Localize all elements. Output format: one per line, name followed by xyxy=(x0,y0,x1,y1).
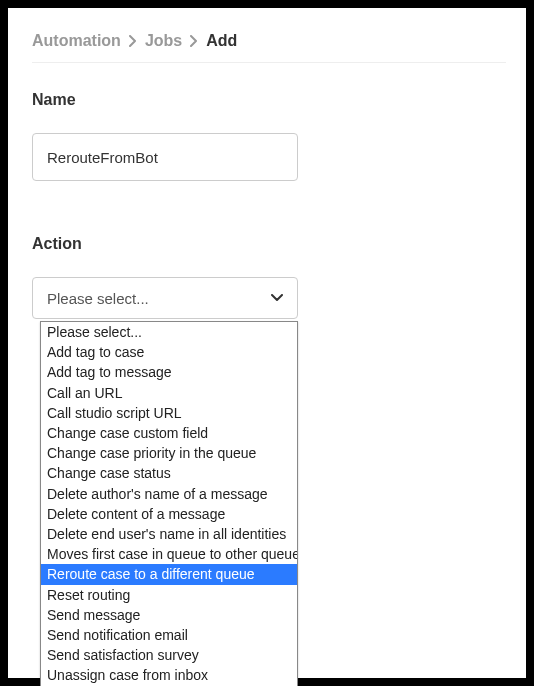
chevron-right-icon xyxy=(190,35,198,47)
action-option[interactable]: Unassign case from inbox xyxy=(41,665,297,685)
action-option[interactable]: Call an URL xyxy=(41,383,297,403)
action-select[interactable]: Please select... xyxy=(32,277,298,319)
action-option[interactable]: Delete end user's name in all identities xyxy=(41,524,297,544)
action-option[interactable]: Change case priority in the queue xyxy=(41,443,297,463)
action-option[interactable]: Add tag to message xyxy=(41,362,297,382)
action-select-value: Please select... xyxy=(47,290,149,307)
action-option[interactable]: Delete author's name of a message xyxy=(41,484,297,504)
action-option[interactable]: Change case status xyxy=(41,463,297,483)
action-option[interactable]: Moves first case in queue to other queue xyxy=(41,544,297,564)
action-select-wrapper: Please select... Please select...Add tag… xyxy=(32,277,298,319)
action-option[interactable]: Send notification email xyxy=(41,625,297,645)
action-option[interactable]: Change case custom field xyxy=(41,423,297,443)
action-option[interactable]: Send satisfaction survey xyxy=(41,645,297,665)
action-option[interactable]: Send message xyxy=(41,605,297,625)
action-option[interactable]: Delete content of a message xyxy=(41,504,297,524)
page-container: Automation Jobs Add Name Action Please s… xyxy=(8,8,526,678)
action-option[interactable]: Reset routing xyxy=(41,585,297,605)
breadcrumb: Automation Jobs Add xyxy=(32,32,506,50)
action-dropdown: Please select...Add tag to caseAdd tag t… xyxy=(40,321,298,686)
action-option[interactable]: Call studio script URL xyxy=(41,403,297,423)
chevron-down-icon xyxy=(271,294,283,302)
divider xyxy=(32,62,506,63)
name-label: Name xyxy=(32,91,506,109)
action-option[interactable]: Add tag to case xyxy=(41,342,297,362)
action-option[interactable]: Reroute case to a different queue xyxy=(41,564,297,584)
breadcrumb-item-automation[interactable]: Automation xyxy=(32,32,121,50)
chevron-right-icon xyxy=(129,35,137,47)
action-label: Action xyxy=(32,235,506,253)
name-input[interactable] xyxy=(32,133,298,181)
action-option[interactable]: Please select... xyxy=(41,322,297,342)
breadcrumb-item-jobs[interactable]: Jobs xyxy=(145,32,182,50)
breadcrumb-item-add: Add xyxy=(206,32,237,50)
